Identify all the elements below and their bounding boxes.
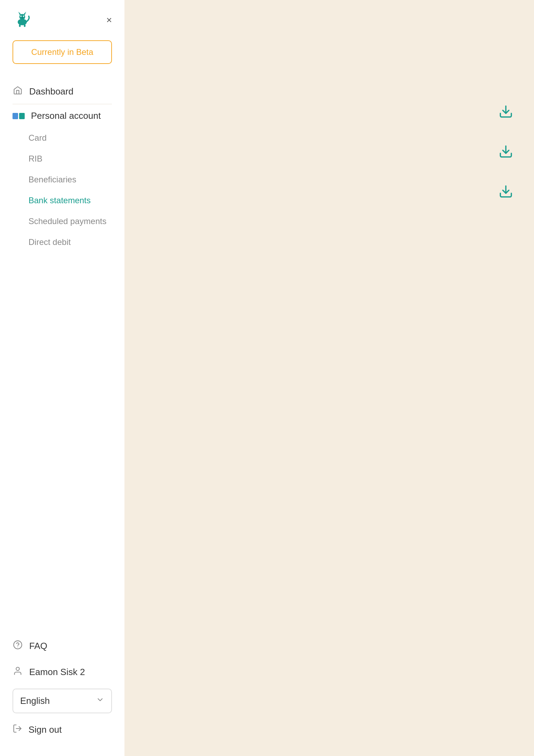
svg-point-15 [20,16,22,17]
personal-account-label: Personal account [31,110,101,121]
download-button-3[interactable] [499,184,513,202]
bank-statements-label: Bank statements [29,196,91,205]
user-icon [13,666,23,678]
sidebar-header: × [0,0,124,38]
svg-point-16 [23,16,24,17]
svg-point-17 [22,17,23,18]
sidebar: × Currently in Beta Dashboard [0,0,124,756]
svg-marker-12 [24,12,26,15]
signout-button[interactable]: Sign out [13,717,112,742]
sidebar-item-direct-debit[interactable]: Direct debit [0,232,124,253]
direct-debit-label: Direct debit [29,237,71,247]
svg-marker-11 [18,12,21,15]
scheduled-payments-label: Scheduled payments [29,216,106,226]
svg-rect-14 [24,24,26,27]
svg-point-20 [16,667,19,671]
user-label: Eamon Sisk 2 [29,667,85,677]
sidebar-item-scheduled-payments[interactable]: Scheduled payments [0,211,124,232]
sidebar-item-bank-statements[interactable]: Bank statements [0,190,124,211]
sidebar-navigation: Dashboard Personal account Card RIB [0,72,124,627]
sidebar-logo [13,10,32,31]
language-selector[interactable]: English [13,689,112,713]
sidebar-item-card[interactable]: Card [0,128,124,148]
sidebar-overlay: × Currently in Beta Dashboard [0,0,534,756]
sidebar-item-rib[interactable]: RIB [0,148,124,169]
download-button-2[interactable] [499,144,513,162]
chevron-down-icon [96,696,104,706]
rib-label: RIB [29,154,42,164]
download-button-1[interactable] [499,104,513,122]
home-icon [13,85,23,98]
beneficiaries-label: Beneficiaries [29,175,76,184]
svg-rect-13 [19,24,21,27]
download-icons-list [499,104,513,202]
faq-icon [13,640,23,652]
signout-icon [13,724,22,736]
language-label: English [20,696,50,706]
sidebar-brand-logo-icon [13,10,32,29]
beta-button[interactable]: Currently in Beta [13,40,112,64]
sidebar-item-dashboard[interactable]: Dashboard [0,79,124,104]
sidebar-item-user[interactable]: Eamon Sisk 2 [13,660,112,684]
personal-account-section-header: Personal account [0,104,124,128]
signout-label: Sign out [29,724,62,735]
sidebar-item-beneficiaries[interactable]: Beneficiaries [0,169,124,190]
svg-point-18 [14,641,22,649]
card-label: Card [29,133,47,143]
sidebar-footer: FAQ Eamon Sisk 2 English [0,627,124,742]
dashboard-label: Dashboard [29,86,73,97]
sidebar-close-button[interactable]: × [106,15,112,25]
svg-point-10 [19,14,25,20]
personal-account-icon [13,113,25,119]
faq-label: FAQ [29,641,47,651]
sidebar-item-faq[interactable]: FAQ [13,634,112,658]
main-content [124,0,534,756]
